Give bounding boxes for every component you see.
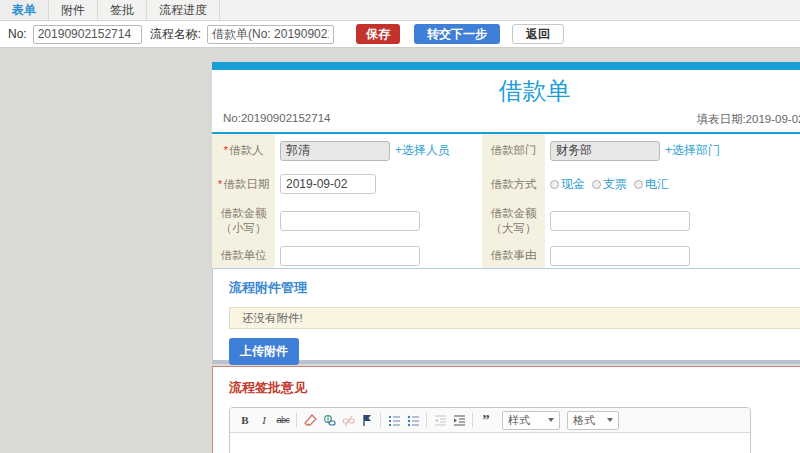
select-department-link[interactable]: +选择部门	[665, 142, 720, 159]
amount-lowercase-input[interactable]	[280, 211, 420, 231]
styles-dropdown[interactable]: 样式	[502, 411, 560, 430]
toolbar-separator	[472, 413, 473, 427]
toolbar-separator	[296, 413, 297, 427]
amount-uppercase-input[interactable]	[550, 211, 690, 231]
back-button[interactable]: 返回	[512, 24, 564, 44]
toolbar-separator	[380, 413, 381, 427]
bold-icon[interactable]: B	[236, 411, 254, 429]
blockquote-icon[interactable]: ”	[477, 411, 495, 429]
no-attachments-message: 还没有附件!	[229, 307, 800, 329]
format-dropdown[interactable]: 格式	[567, 411, 619, 430]
editor-toolbar: B I abc	[230, 408, 750, 433]
radio-option-cheque[interactable]: 支票	[592, 176, 627, 193]
process-name-input[interactable]	[207, 25, 334, 44]
outdent-icon[interactable]	[431, 411, 449, 429]
toolbar-separator	[426, 413, 427, 427]
chevron-down-icon	[607, 418, 613, 422]
tab-attachments[interactable]: 附件	[49, 0, 98, 20]
loan-method-label: 借款方式	[482, 167, 545, 201]
loan-date-input[interactable]	[280, 174, 376, 194]
link-icon[interactable]	[320, 411, 338, 429]
form-title: 借款单	[212, 70, 800, 109]
borrower-label: *借款人	[212, 134, 275, 167]
loan-date-label: *借款日期	[212, 167, 275, 201]
radio-icon[interactable]	[592, 180, 601, 189]
form-no-text: No:20190902152714	[223, 112, 330, 127]
upload-attachment-button[interactable]: 上传附件	[229, 338, 299, 365]
no-input[interactable]	[33, 25, 142, 44]
radio-option-cash[interactable]: 现金	[550, 176, 585, 193]
loan-reason-input[interactable]	[550, 246, 690, 266]
radio-option-wire[interactable]: 电汇	[634, 176, 669, 193]
tab-form[interactable]: 表单	[0, 0, 49, 20]
no-label: No:	[8, 27, 27, 41]
editor-content-area[interactable]	[230, 433, 750, 453]
bulleted-list-icon[interactable]	[404, 411, 422, 429]
required-asterisk: *	[224, 144, 228, 156]
select-person-link[interactable]: +选择人员	[395, 142, 450, 159]
tab-process-progress[interactable]: 流程进度	[147, 0, 220, 20]
forward-next-step-button[interactable]: 转交下一步	[414, 24, 500, 44]
form-fields-table: *借款人 +选择人员 借款部门 +选择部门 *借款日期 借款方式 现金 支票 电…	[212, 134, 800, 270]
radio-icon[interactable]	[550, 180, 559, 189]
tab-approval[interactable]: 签批	[98, 0, 147, 20]
required-asterisk: *	[218, 178, 222, 190]
department-input[interactable]	[550, 141, 660, 161]
remove-format-icon[interactable]	[301, 411, 319, 429]
radio-icon[interactable]	[634, 180, 643, 189]
attachments-heading: 流程附件管理	[213, 269, 800, 297]
loan-form-panel: 借款单 No:20190902152714 填表日期:2019-09-02 15…	[212, 62, 800, 274]
anchor-flag-icon[interactable]	[358, 411, 376, 429]
save-button[interactable]: 保存	[356, 24, 400, 44]
amount-uppercase-label: 借款金额（大写）	[482, 201, 545, 241]
chevron-down-icon	[548, 418, 554, 422]
process-name-label: 流程名称:	[150, 26, 201, 43]
rich-text-editor: B I abc	[229, 407, 751, 453]
action-toolbar: No: 流程名称: 保存 转交下一步 返回	[0, 21, 800, 48]
loan-reason-label: 借款事由	[482, 241, 545, 270]
attachments-panel: 流程附件管理 还没有附件! 上传附件	[212, 268, 800, 364]
strikethrough-icon[interactable]: abc	[274, 411, 292, 429]
numbered-list-icon[interactable]	[385, 411, 403, 429]
form-fill-date-text: 填表日期:2019-09-02 15:27:1	[696, 112, 800, 127]
unlink-icon[interactable]	[339, 411, 357, 429]
indent-icon[interactable]	[450, 411, 468, 429]
loan-method-radio-group: 现金 支票 电汇	[550, 176, 669, 193]
amount-lowercase-label: 借款金额（小写）	[212, 201, 275, 241]
form-top-accent-bar	[212, 62, 800, 70]
tab-bar: 表单 附件 签批 流程进度	[0, 0, 800, 21]
department-label: 借款部门	[482, 134, 545, 167]
loan-unit-label: 借款单位	[212, 241, 275, 270]
approval-opinions-panel: 流程签批意见 B I abc	[212, 366, 800, 453]
loan-unit-input[interactable]	[280, 246, 420, 266]
borrower-input[interactable]	[280, 141, 390, 161]
approval-heading: 流程签批意见	[213, 367, 800, 397]
italic-icon[interactable]: I	[255, 411, 273, 429]
